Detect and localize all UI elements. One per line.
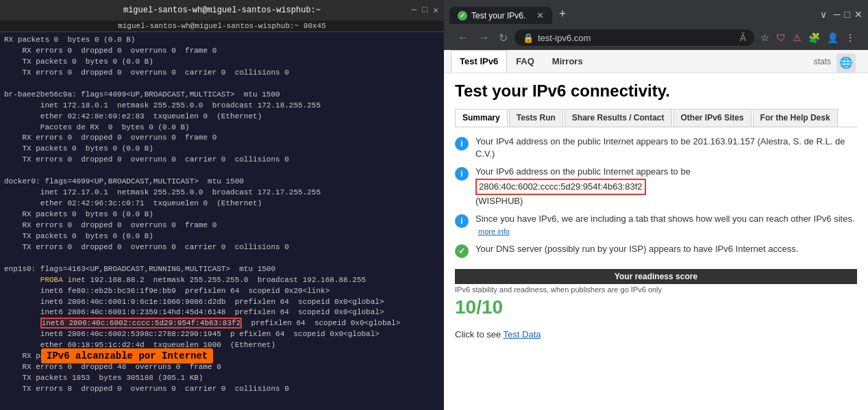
- terminal-line: inet6 2806:40c:6002:5398c:2788:2290:1945…: [4, 329, 440, 340]
- result-text-ipv6: Your IPv6 address on the public Internet…: [475, 166, 857, 207]
- terminal-window: miguel-santos-wh@miguel-santos-wisphub:~…: [0, 0, 444, 410]
- browser-window: ✓ Test your IPv6. ✕ + ∨ ─ □ ✕ ← → ↻ 🔒 te…: [444, 0, 868, 410]
- translate-globe-icon: Ă: [740, 32, 746, 43]
- terminal-minimize[interactable]: ─: [412, 5, 417, 16]
- terminal-line: inet 172.18.0.1 netmask 255.255.0.0 broa…: [4, 101, 440, 112]
- result-row-ipv4: i Your IPv4 address on the public Intern…: [455, 136, 857, 160]
- readiness-desc: IPv6 stability and readiness, when publi…: [455, 285, 857, 294]
- terminal-title: miguel-santos-wh@miguel-santos-wisphub:~: [123, 5, 321, 15]
- tab-title: Test your IPv6.: [471, 11, 525, 21]
- address-bar[interactable]: 🔒 test-ipv6.com Ă: [514, 29, 754, 46]
- terminal-line: ether 02:42:8e:69:e2:83 txqueuelen 0 (Et…: [4, 112, 440, 123]
- ipv6-highlight-terminal: inet6 2806:40c:6002:cccc:5d29:954f:4b63:…: [40, 318, 242, 329]
- info-icon-ipv6: i: [455, 167, 469, 181]
- terminal-line: RX errors 0 dropped 48 overruns 0 frame …: [4, 362, 440, 373]
- back-button[interactable]: ←: [455, 30, 471, 45]
- profile-icon[interactable]: 👤: [825, 30, 841, 45]
- site-nav: Test IPv6 FAQ Mirrors stats 🌐: [444, 50, 868, 73]
- result-text-ipv4: Your IPv4 address on the public Internet…: [475, 136, 857, 160]
- browser-close[interactable]: ✕: [854, 9, 863, 20]
- extensions-icon[interactable]: 🧩: [806, 30, 822, 45]
- terminal-line: TX errors 0 dropped 0 overruns 0 carrier…: [4, 242, 440, 253]
- terminal-line: [4, 395, 440, 405]
- ipv6-result-prefix: Your IPv6 address on the public Internet…: [475, 166, 691, 177]
- warning-icon: ⚠: [791, 30, 804, 45]
- terminal-line: enp1s0: flags=4163<UP,BROADCAST,RUNNING,…: [4, 264, 440, 275]
- browser-maximize[interactable]: □: [845, 9, 850, 20]
- terminal-line: TX errors 8 dropped 0 overruns 0 carrier…: [4, 384, 440, 395]
- terminal-line: br-baee2be56c9a: flags=4099<UP,BROADCAST…: [4, 90, 440, 101]
- site-nav-mirrors[interactable]: Mirrors: [543, 50, 592, 73]
- tab-share-results[interactable]: Share Results / Contact: [565, 109, 672, 127]
- terminal-maximize[interactable]: □: [422, 5, 427, 16]
- terminal-line: TX errors 0 dropped 0 overruns 0 carrier…: [4, 155, 440, 166]
- new-tab-button[interactable]: +: [554, 4, 572, 24]
- ipv6-result-suffix: (WISPHUB): [475, 196, 523, 206]
- page-title: Test your IPv6 connectivity.: [455, 81, 857, 101]
- tab-summary[interactable]: Summary: [455, 109, 508, 127]
- readiness-section: Your readiness score IPv6 stability and …: [455, 266, 857, 318]
- test-data-label: Click to see: [455, 329, 501, 339]
- page-content: Test your IPv6 connectivity. Summary Tes…: [444, 73, 868, 410]
- test-data-row: Click to see Test Data: [455, 329, 857, 339]
- terminal-line: RX packets 0 bytes 0 (0.0 B): [4, 209, 440, 220]
- terminal-line: PROBA inet 192.168.88.2 netmask 255.255.…: [4, 275, 440, 286]
- reload-button[interactable]: ↻: [496, 30, 510, 46]
- terminal-line: TX packets 0 bytes 0 (0.0 B): [4, 144, 440, 155]
- dns-result-text: Your DNS server (possibly run by your IS…: [475, 244, 798, 254]
- tab-close-button[interactable]: ✕: [536, 10, 544, 21]
- terminal-highlighted-line: inet6 2806:40c:6002:cccc:5d29:954f:4b63:…: [4, 318, 440, 329]
- terminal-line: inet6 2806:40c:6001:0:6c1e:1060:9086:d2d…: [4, 297, 440, 308]
- terminal-line: TX packets 0 bytes 0 (0.0 B): [4, 231, 440, 242]
- terminal-win-controls: ─ □ ✕: [412, 5, 438, 16]
- terminal-titlebar: miguel-santos-wh@miguel-santos-wisphub:~…: [0, 0, 444, 21]
- terminal-line: Pacotes de RX 0 bytes 0 (0.0 B): [4, 123, 440, 133]
- browser-topbar: ✓ Test your IPv6. ✕ + ∨ ─ □ ✕: [449, 4, 863, 24]
- browser-minimize[interactable]: ─: [834, 9, 841, 20]
- content-tabs-row: Summary Tests Run Share Results / Contac…: [455, 109, 857, 127]
- result-row-dns: ✓ Your DNS server (possibly run by your …: [455, 243, 857, 258]
- browser-tab-active[interactable]: ✓ Test your IPv6. ✕: [449, 7, 552, 24]
- ipv6-address-highlighted: 2806:40c:6002:cccc:5d29:954f:4b63:83f2: [475, 179, 646, 195]
- terminal-line: RX errors 0 dropped 0 overruns 0 frame 0: [4, 46, 440, 57]
- score-value: 10/10: [455, 296, 857, 318]
- nav-icons: ☆ 🛡 ⚠ 🧩 👤 ⋮: [758, 30, 857, 45]
- site-nav-test-ipv6[interactable]: Test IPv6: [451, 50, 507, 73]
- url-text: test-ipv6.com: [538, 33, 591, 43]
- tab-tests-run[interactable]: Tests Run: [509, 109, 563, 127]
- site-nav-faq[interactable]: FAQ: [507, 50, 543, 73]
- more-info-link[interactable]: more info: [478, 227, 510, 235]
- results-area: i Your IPv4 address on the public Intern…: [455, 136, 857, 339]
- terminal-line: inet6 2806:40c:6001:0:2359:14hd:45d4:614…: [4, 307, 440, 318]
- terminal-line: RX packets 0 bytes 0 (0.0 B): [4, 35, 440, 46]
- check-icon-dns: ✓: [455, 244, 469, 258]
- terminal-line: inet 172.17.0.1 netmask 255.255.0.0 broa…: [4, 188, 440, 198]
- tab-help-desk[interactable]: For the Help Desk: [753, 109, 838, 127]
- tab-bar: ✓ Test your IPv6. ✕ +: [449, 4, 572, 24]
- info-icon-sites: i: [455, 214, 469, 228]
- terminal-line: [4, 166, 440, 177]
- terminal-line: TX packets 0 bytes 0 (0.0 B): [4, 57, 440, 68]
- translate-icon[interactable]: 🌐: [836, 53, 856, 73]
- menu-icon[interactable]: ⋮: [843, 30, 857, 45]
- terminal-line: [4, 79, 440, 90]
- browser-navbar: ← → ↻ 🔒 test-ipv6.com Ă ☆ 🛡 ⚠ 🧩 👤 ⋮: [449, 27, 863, 50]
- terminal-line: docker0: flags=4099<UP,BROADCAST,MULTICA…: [4, 177, 440, 188]
- site-nav-stats[interactable]: stats: [808, 54, 836, 69]
- shield-icon[interactable]: 🛡: [774, 30, 788, 45]
- terminal-line: [4, 253, 440, 264]
- tab-other-ipv6[interactable]: Other IPv6 Sites: [673, 109, 752, 127]
- browser-chrome: ✓ Test your IPv6. ✕ + ∨ ─ □ ✕ ← → ↻ 🔒 te…: [444, 0, 868, 50]
- tab-favicon: ✓: [458, 11, 467, 21]
- forward-button[interactable]: →: [475, 30, 492, 45]
- terminal-line: TX packets 1853 bytes 305188 (305.1 KB): [4, 373, 440, 384]
- terminal-subtitle: miguel-santos-wh@miguel-santos-wisphub:~…: [0, 21, 444, 32]
- bookmark-icon[interactable]: ☆: [758, 30, 771, 45]
- browser-more-button[interactable]: ∨: [817, 6, 830, 23]
- sites-info-text: Since you have IPv6, we are including a …: [475, 214, 855, 224]
- result-row-sites-info: i Since you have IPv6, we are including …: [455, 213, 857, 238]
- address-secure-icon: 🔒: [523, 33, 534, 43]
- terminal-close[interactable]: ✕: [433, 5, 438, 16]
- test-data-link[interactable]: Test Data: [504, 329, 541, 339]
- terminal-line: TX errors 0 dropped 0 overruns 0 carrier…: [4, 68, 440, 79]
